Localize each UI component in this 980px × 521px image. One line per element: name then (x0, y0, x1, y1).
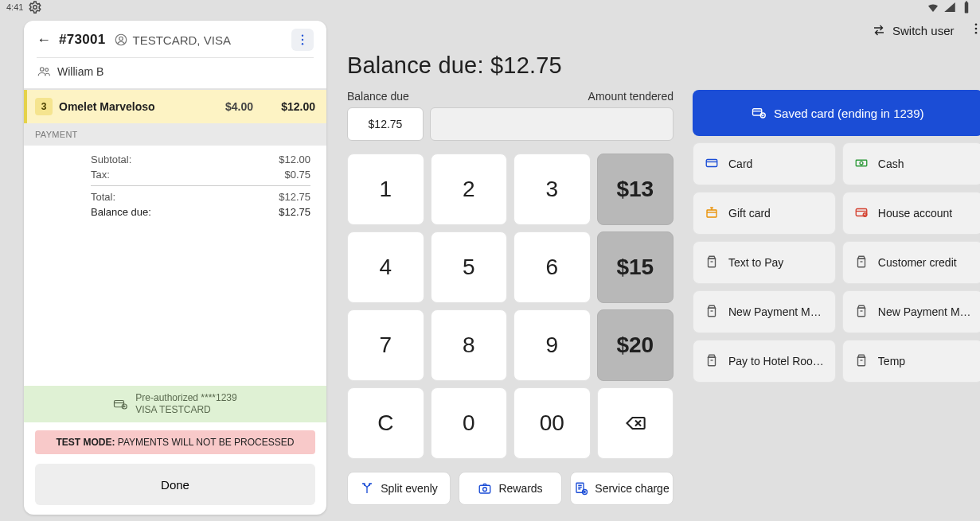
svg-point-6 (302, 39, 303, 41)
order-card-label: TESTCARD, VISA (133, 33, 231, 47)
bag-icon (705, 255, 719, 271)
key-00[interactable]: 00 (513, 387, 591, 459)
totals-block: Subtotal:$12.00 Tax:$0.75 Total:$12.75 B… (24, 146, 326, 220)
key-5[interactable]: 5 (431, 231, 508, 303)
payment-method-cash[interactable]: Cash (842, 142, 980, 185)
bag-icon (705, 353, 719, 370)
line-item[interactable]: 3 Omelet Marveloso $4.00 $12.00 (24, 90, 326, 123)
payment-method-text-to-pay[interactable]: Text to Pay (693, 241, 836, 284)
preauth-line2: VISA TESTCARD (135, 404, 236, 416)
key-8[interactable]: 8 (431, 309, 508, 381)
topbar-more-button[interactable] (969, 21, 980, 40)
bag-icon (854, 353, 869, 370)
order-more-button[interactable] (291, 29, 314, 51)
key-7[interactable]: 7 (347, 309, 424, 381)
key-4[interactable]: 4 (347, 231, 424, 303)
back-arrow-icon[interactable]: ← (37, 32, 51, 49)
total-label: Total: (91, 191, 115, 203)
split-evenly-button[interactable]: Split evenly (347, 472, 451, 505)
camera-icon (478, 481, 492, 496)
key-1[interactable]: 1 (347, 154, 424, 225)
svg-rect-24 (707, 210, 716, 217)
saved-card-button[interactable]: Saved card (ending in 1239) (693, 90, 980, 136)
order-number: #73001 (59, 32, 106, 48)
order-panel: ← #73001 TESTCARD, VISA William B (24, 21, 326, 515)
payment-method-label: House account (878, 207, 952, 220)
payment-method-label: Card (728, 157, 752, 170)
payment-method-house-account[interactable]: House account (842, 192, 980, 235)
payment-method-label: Gift card (728, 207, 771, 220)
tax-value: $0.75 (284, 169, 310, 181)
service-charge-button[interactable]: Service charge (570, 472, 674, 505)
balance-title-label: Balance due: (347, 52, 490, 78)
svg-rect-1 (965, 2, 969, 14)
card-check-icon (752, 106, 766, 120)
split-icon (360, 481, 374, 496)
subtotal-value: $12.00 (279, 154, 310, 165)
amount-tendered-input[interactable] (430, 107, 674, 141)
key-dollar15[interactable]: $15 (597, 231, 674, 303)
key-3[interactable]: 3 (513, 154, 591, 225)
svg-point-8 (41, 68, 45, 72)
svg-point-16 (483, 488, 487, 492)
house-icon (854, 205, 869, 222)
payment-method-gift-card[interactable]: Gift card (693, 192, 836, 235)
payment-method-label: Temp (878, 355, 905, 367)
key-dollar13[interactable]: $13 (597, 154, 674, 225)
key-2[interactable]: 2 (431, 154, 508, 225)
key-6[interactable]: 6 (513, 231, 591, 303)
svg-rect-31 (709, 357, 716, 366)
switch-user-button[interactable]: Switch user (872, 23, 955, 37)
payment-method-customer-credit[interactable]: Customer credit (842, 241, 980, 284)
svg-rect-27 (709, 259, 716, 267)
svg-point-14 (974, 31, 977, 33)
tax-label: Tax: (91, 169, 110, 181)
amount-tendered-field-label: Amount tendered (424, 90, 674, 103)
gear-icon (28, 0, 42, 14)
subtotal-label: Subtotal: (91, 154, 131, 165)
total-value: $12.75 (279, 191, 310, 203)
payment-method-pay-to-hotel-roo[interactable]: Pay to Hotel Roo… (693, 340, 836, 383)
payment-method-card[interactable]: Card (693, 142, 836, 185)
svg-point-23 (860, 161, 863, 165)
payment-method-label: New Payment M… (728, 305, 822, 318)
key-9[interactable]: 9 (513, 309, 591, 381)
line-item-ext-price: $12.00 (260, 100, 315, 113)
balance-title-amount: $12.75 (490, 52, 562, 78)
rewards-button[interactable]: Rewards (459, 472, 562, 505)
payment-method-label: Customer credit (878, 256, 957, 269)
preauth-line1: Pre-authorized ****1239 (135, 392, 236, 404)
svg-rect-2 (966, 2, 967, 3)
payment-section-label: PAYMENT (24, 123, 326, 146)
svg-rect-22 (856, 160, 867, 166)
backspace-icon (624, 412, 646, 434)
saved-card-label: Saved card (ending in 1239) (774, 107, 923, 120)
preauth-band: Pre-authorized ****1239 VISA TESTCARD (24, 386, 326, 422)
gift-icon (705, 205, 719, 222)
key-c[interactable]: C (347, 387, 424, 459)
payment-method-new-payment-m[interactable]: New Payment M… (693, 290, 836, 333)
more-vertical-icon (295, 33, 310, 47)
line-item-unit-price: $4.00 (225, 100, 253, 113)
done-button[interactable]: Done (35, 464, 315, 505)
bag-icon (705, 304, 719, 321)
key-backspace[interactable] (597, 387, 674, 459)
more-vertical-icon (969, 21, 980, 36)
test-mode-text: PAYMENTS WILL NOT BE PROCESSED (115, 437, 295, 448)
status-bar: 4:41 (0, 0, 980, 14)
payment-method-new-payment-m[interactable]: New Payment M… (842, 290, 980, 333)
wifi-icon (926, 0, 940, 14)
key-dollar20[interactable]: $20 (597, 309, 674, 381)
balance-due-chip[interactable]: $12.75 (347, 107, 424, 141)
svg-rect-28 (857, 259, 865, 267)
balance-title: Balance due: $12.75 (347, 52, 980, 79)
svg-point-4 (119, 37, 123, 41)
key-0[interactable]: 0 (431, 387, 508, 459)
swap-icon (872, 23, 886, 37)
balance-due-label: Balance due: (91, 206, 151, 218)
payment-method-temp[interactable]: Temp (842, 340, 980, 383)
svg-point-12 (974, 23, 977, 25)
line-item-name: Omelet Marveloso (59, 100, 155, 113)
svg-point-5 (302, 35, 303, 37)
balance-due-field-label: Balance due (347, 90, 424, 103)
